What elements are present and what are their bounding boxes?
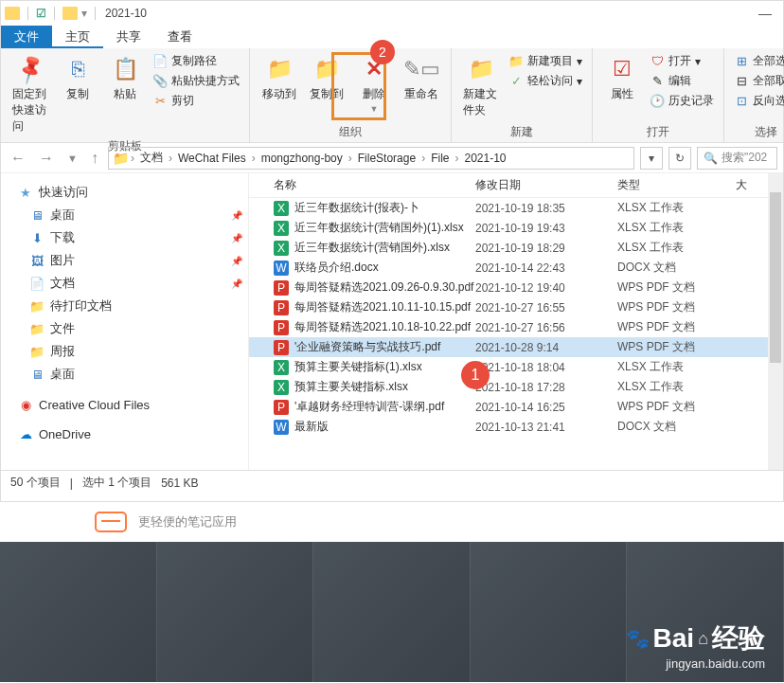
tab-home[interactable]: 主页 (52, 26, 103, 48)
sidebar-documents[interactable]: 📄文档📌 (1, 272, 248, 295)
back-button[interactable]: ← (7, 150, 29, 167)
tab-view[interactable]: 查看 (154, 26, 205, 48)
file-row[interactable]: W最新版2021-10-13 21:41DOCX 文档 (249, 417, 783, 437)
select-none-button[interactable]: ⊟全部取消 (732, 72, 784, 90)
rename-button[interactable]: ✎▭ 重命名 (400, 52, 443, 104)
copy-path-button[interactable]: 📄复制路径 (151, 52, 241, 70)
breadcrumb-dropdown[interactable]: ▾ (640, 147, 663, 170)
file-date: 2021-10-19 18:35 (475, 202, 617, 215)
file-xlsx-icon: X (274, 241, 289, 256)
paste-button[interactable]: 📋 粘贴 (103, 52, 147, 104)
delete-x-icon: ✕ (359, 54, 389, 84)
file-date: 2021-10-28 9:14 (475, 341, 617, 354)
properties-button[interactable]: ☑ 属性 (600, 52, 644, 104)
sidebar-weekly[interactable]: 📁周报 (1, 340, 248, 363)
file-row[interactable]: P每周答疑精选2021.09.26-0.9.30.pdf2021-10-12 1… (249, 278, 783, 297)
folder-move-icon: 📁 (264, 54, 294, 84)
search-input[interactable]: 🔍 搜索"202 (697, 147, 777, 170)
sidebar-desktop2[interactable]: 🖥桌面 (1, 363, 248, 386)
select-all-button[interactable]: ⊞全部选择 (732, 52, 784, 70)
file-name: 每周答疑精选2021.10.11-10.15.pdf (294, 299, 475, 315)
file-type: WPS PDF 文档 (617, 399, 736, 415)
scrollbar[interactable] (768, 173, 783, 470)
folder-icon: 📁 (113, 151, 129, 166)
copy-to-button[interactable]: 📁 复制到 (305, 52, 348, 104)
file-row[interactable]: P'企业融资策略与实战技巧.pdf2021-10-28 9:14WPS PDF … (249, 337, 783, 357)
file-row[interactable]: X近三年数据统计(报表)-卜.xlsx2021-10-19 18:35XLSX … (249, 198, 783, 218)
col-name[interactable]: 名称 (249, 177, 475, 193)
sidebar-desktop[interactable]: 🖥桌面📌 (1, 204, 248, 226)
delete-button[interactable]: ✕ 删除 ▼ (352, 52, 396, 116)
file-type: XLSX 工作表 (617, 240, 736, 256)
file-name: 预算主要关键指标(1).xlsx (294, 359, 475, 375)
file-row[interactable]: X预算主要关键指标.xlsx2021-10-18 17:28XLSX 工作表 (249, 377, 783, 397)
file-type: DOCX 文档 (617, 260, 736, 276)
paste-shortcut-button[interactable]: 📎粘贴快捷方式 (151, 72, 241, 90)
minimize-button[interactable]: — (758, 6, 772, 21)
invert-selection-button[interactable]: ⊡反向选择 (732, 92, 784, 110)
file-name: '企业融资策略与实战技巧.pdf (294, 339, 475, 355)
tab-share[interactable]: 共享 (103, 26, 154, 48)
sidebar-downloads[interactable]: ⬇下载📌 (1, 226, 248, 249)
folder-copy-icon: 📁 (312, 54, 342, 84)
easy-access-button[interactable]: ✓轻松访问 ▾ (507, 72, 584, 90)
paste-icon: 📋 (110, 54, 140, 84)
sidebar: ★快速访问 🖥桌面📌 ⬇下载📌 🖼图片📌 📄文档📌 📁待打印文档 📁文件 📁周报… (1, 173, 249, 470)
file-date: 2021-10-14 16:25 (475, 401, 617, 414)
up-button[interactable]: ↑ (87, 150, 102, 167)
file-docx-icon: W (274, 261, 289, 276)
edit-button[interactable]: ✎编辑 (648, 72, 716, 90)
folder-icon: 📁 (29, 322, 45, 335)
desktop-icon: 🖥 (29, 368, 45, 381)
new-item-button[interactable]: 📁新建项目 ▾ (507, 52, 584, 70)
note-icon (95, 512, 127, 532)
file-row[interactable]: P'卓越财务经理特训营-课纲.pdf2021-10-14 16:25WPS PD… (249, 397, 783, 417)
new-folder-button[interactable]: 📁 新建文件夹 (459, 52, 503, 120)
file-row[interactable]: X预算主要关键指标(1).xlsx2021-10-18 18:04XLSX 工作… (249, 357, 783, 377)
note-row: 更轻便的笔记应用 (0, 502, 784, 542)
move-to-button[interactable]: 📁 移动到 (258, 52, 301, 104)
sidebar-ccf[interactable]: ◉Creative Cloud Files (1, 395, 248, 415)
rename-icon: ✎▭ (406, 54, 437, 84)
history-dropdown[interactable]: ▼ (63, 153, 81, 164)
group-organize-label: 组织 (258, 122, 443, 140)
file-list: 名称 修改日期 类型 大 X近三年数据统计(报表)-卜.xlsx2021-10-… (249, 173, 783, 470)
pin-to-quick-access-button[interactable]: 📌 固定到快速访问 (9, 52, 52, 136)
star-icon: ★ (18, 186, 33, 199)
group-new-label: 新建 (459, 122, 584, 140)
refresh-button[interactable]: ↻ (668, 147, 691, 170)
col-size[interactable]: 大 (736, 177, 747, 193)
col-date[interactable]: 修改日期 (475, 177, 617, 193)
sidebar-quick-access[interactable]: ★快速访问 (1, 181, 248, 204)
explorer-window: ☑ ▾ 2021-10 — 文件 主页 共享 查看 📌 固定到快速访问 ⎘ (0, 0, 784, 502)
file-row[interactable]: P每周答疑精选2021.10.11-10.15.pdf2021-10-27 16… (249, 297, 783, 317)
tab-file[interactable]: 文件 (1, 26, 52, 48)
check-properties-icon: ☑ (607, 54, 637, 84)
file-type: XLSX 工作表 (617, 200, 736, 216)
file-name: 联络员介绍.docx (294, 260, 475, 276)
file-type: WPS PDF 文档 (617, 319, 736, 335)
file-row[interactable]: P每周答疑精选2021.10.18-10.22.pdf2021-10-27 16… (249, 317, 783, 337)
file-type: WPS PDF 文档 (617, 279, 736, 296)
sidebar-onedrive[interactable]: ☁OneDrive (1, 424, 248, 444)
picture-icon: 🖼 (29, 254, 45, 267)
copy-button[interactable]: ⎘ 复制 (56, 52, 99, 104)
col-type[interactable]: 类型 (617, 177, 736, 193)
history-button[interactable]: 🕑历史记录 (648, 92, 716, 110)
window-title: 2021-10 (105, 7, 147, 20)
onedrive-icon: ☁ (18, 428, 33, 441)
cut-button[interactable]: ✂剪切 (151, 92, 241, 110)
sidebar-pictures[interactable]: 🖼图片📌 (1, 249, 248, 272)
note-text: 更轻便的笔记应用 (138, 513, 237, 530)
file-row[interactable]: W联络员介绍.docx2021-10-14 22:43DOCX 文档 (249, 258, 783, 278)
paw-icon: 🐾 (626, 627, 650, 650)
sidebar-toprint[interactable]: 📁待打印文档 (1, 295, 248, 317)
forward-button[interactable]: → (35, 150, 58, 167)
file-date: 2021-10-19 18:29 (475, 242, 617, 255)
file-row[interactable]: X近三年数据统计(营销国外).xlsx2021-10-19 18:29XLSX … (249, 238, 783, 258)
file-row[interactable]: X近三年数据统计(营销国外)(1).xlsx2021-10-19 19:43XL… (249, 218, 783, 238)
sidebar-files[interactable]: 📁文件 (1, 317, 248, 340)
breadcrumb[interactable]: 📁 › 文档› WeChat Files› mongzhong-boy› Fil… (108, 147, 634, 170)
status-count: 50 个项目 (10, 475, 61, 491)
open-button[interactable]: 🛡打开 ▾ (648, 52, 716, 70)
